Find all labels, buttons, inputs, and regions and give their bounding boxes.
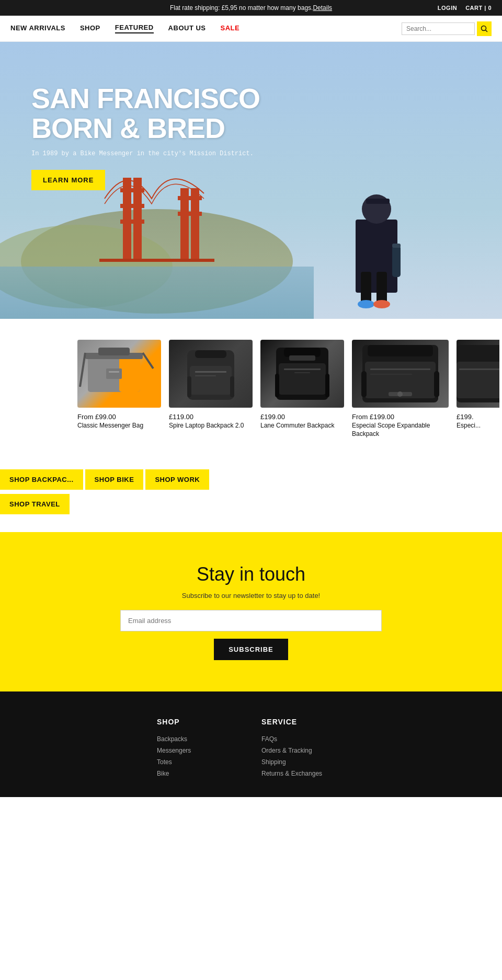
partial-bag-image (457, 340, 499, 408)
shop-travel-button[interactable]: SHOP TRAVEL (0, 494, 70, 514)
svg-rect-29 (106, 368, 122, 379)
product-image-3 (260, 340, 344, 408)
svg-rect-43 (284, 368, 321, 370)
product-card-1[interactable]: From £99.00 Classic Messenger Bag (73, 340, 165, 438)
product-strip-inner: From £99.00 Classic Messenger Bag (0, 340, 502, 438)
svg-point-22 (373, 300, 390, 308)
shop-buttons-row1: SHOP BACKPAC... SHOP BIKE SHOP WORK (0, 469, 502, 492)
hero-content: SAN FRANCISCO BORN & BRED In 1989 by a B… (31, 84, 260, 190)
product-card-3[interactable]: £199.00 Lane Commuter Backpack (256, 340, 348, 438)
footer-service-title: SERVICE (261, 718, 345, 726)
newsletter-subscribe-button[interactable]: SUBSCRIBE (214, 639, 288, 660)
footer-link-shipping[interactable]: Shipping (261, 758, 345, 766)
search-input[interactable] (402, 22, 475, 35)
footer-link-returns[interactable]: Returns & Exchanges (261, 770, 345, 777)
banner-text: Flat rate shipping: £5,95 no matter how … (170, 4, 313, 11)
login-link[interactable]: LOGIN (438, 5, 457, 11)
nav-sale[interactable]: SALE (221, 24, 240, 33)
svg-rect-14 (178, 212, 202, 216)
svg-rect-42 (279, 363, 326, 395)
svg-rect-15 (99, 259, 214, 262)
svg-rect-30 (109, 371, 119, 373)
svg-rect-12 (120, 220, 144, 224)
newsletter-form: SUBSCRIBE (120, 610, 382, 660)
product-card-4[interactable]: From £199.00 Especial Scope Expandable B… (348, 340, 452, 438)
footer-link-backpacks[interactable]: Backpacks (157, 735, 241, 743)
svg-rect-53 (361, 371, 367, 397)
svg-rect-23 (392, 246, 401, 277)
svg-rect-20 (376, 272, 387, 303)
hero-subtitle: In 1989 by a Bike Messenger in the city'… (31, 150, 260, 157)
footer-link-totes[interactable]: Totes (157, 758, 241, 766)
svg-rect-39 (230, 376, 234, 397)
footer-col-service: SERVICE FAQs Orders & Tracking Shipping … (251, 718, 356, 781)
footer-link-faqs[interactable]: FAQs (261, 735, 345, 743)
product-image-5 (457, 340, 499, 408)
messenger-bag-image (77, 340, 161, 408)
svg-rect-28 (98, 348, 130, 355)
svg-point-21 (358, 300, 374, 308)
shop-work-button[interactable]: SHOP WORK (145, 469, 209, 490)
messenger-bag-svg (77, 340, 161, 408)
banner-details-link[interactable]: Details (313, 4, 332, 11)
svg-point-0 (482, 26, 486, 30)
expandable-bag-image (352, 340, 449, 408)
top-banner: Flat rate shipping: £5,95 no matter how … (0, 0, 502, 16)
product-price-1: From £99.00 (77, 413, 161, 421)
svg-rect-38 (187, 376, 191, 397)
svg-rect-35 (190, 366, 232, 395)
footer-link-orders[interactable]: Orders & Tracking (261, 747, 345, 754)
shop-backpacks-button[interactable]: SHOP BACKPAC... (0, 469, 83, 490)
svg-rect-44 (294, 372, 310, 373)
nav-new-arrivals[interactable]: NEW ARRIVALS (10, 24, 65, 33)
nav-search-area (402, 21, 492, 36)
svg-rect-5 (0, 267, 314, 319)
svg-line-32 (143, 353, 153, 368)
svg-rect-36 (195, 371, 226, 373)
newsletter-section: Stay in touch Subscribe to our newslette… (0, 532, 502, 691)
product-card-5[interactable]: £199. Especi... (452, 340, 499, 438)
nav-featured[interactable]: FEATURED (115, 24, 154, 33)
svg-line-31 (80, 353, 85, 387)
main-nav: NEW ARRIVALS SHOP FEATURED ABOUT US SALE (0, 16, 502, 42)
svg-rect-46 (325, 374, 329, 397)
newsletter-title: Stay in touch (10, 563, 492, 585)
product-strip: From £99.00 Classic Messenger Bag (0, 319, 502, 454)
nav-about[interactable]: ABOUT US (168, 24, 206, 33)
svg-point-56 (397, 391, 403, 397)
footer: SHOP Backpacks Messengers Totes Bike SER… (0, 691, 502, 797)
search-button[interactable] (477, 21, 492, 36)
newsletter-email-input[interactable] (120, 610, 382, 631)
footer-col-shop: SHOP Backpacks Messengers Totes Bike (146, 718, 251, 781)
footer-link-bike[interactable]: Bike (157, 770, 241, 777)
svg-rect-59 (459, 368, 499, 370)
shop-buttons-section: SHOP BACKPAC... SHOP BIKE SHOP WORK SHOP… (0, 454, 502, 532)
commuter-backpack-svg (260, 340, 344, 408)
svg-rect-34 (195, 350, 226, 358)
svg-rect-24 (392, 244, 401, 248)
svg-rect-54 (434, 371, 439, 397)
footer-link-messengers[interactable]: Messengers (157, 747, 241, 754)
svg-rect-26 (119, 355, 140, 392)
product-name-3: Lane Commuter Backpack (260, 422, 344, 430)
product-image-2 (169, 340, 253, 408)
svg-rect-18 (366, 199, 390, 204)
partial-bag-svg (457, 340, 499, 408)
expandable-backpack-svg (352, 340, 449, 408)
product-price-3: £199.00 (260, 413, 344, 421)
product-name-4: Especial Scope Expandable Backpack (352, 422, 448, 438)
backpack-black-image (260, 340, 344, 408)
backpack-dark-svg (169, 340, 253, 408)
nav-shop[interactable]: SHOP (80, 24, 100, 33)
nav-links: NEW ARRIVALS SHOP FEATURED ABOUT US SALE (10, 24, 402, 33)
svg-rect-47 (289, 355, 315, 361)
shop-bike-button[interactable]: SHOP BIKE (85, 469, 144, 490)
svg-rect-13 (178, 196, 202, 200)
product-name-5: Especi... (457, 422, 495, 430)
svg-rect-11 (120, 204, 144, 208)
product-card-2[interactable]: £119.00 Spire Laptop Backpack 2.0 (165, 340, 256, 438)
hero-cta-button[interactable]: LEARN MORE (31, 170, 105, 190)
hero-title: SAN FRANCISCO BORN & BRED (31, 84, 260, 143)
svg-line-1 (486, 30, 488, 32)
cart-link[interactable]: CART | 0 (465, 5, 492, 11)
